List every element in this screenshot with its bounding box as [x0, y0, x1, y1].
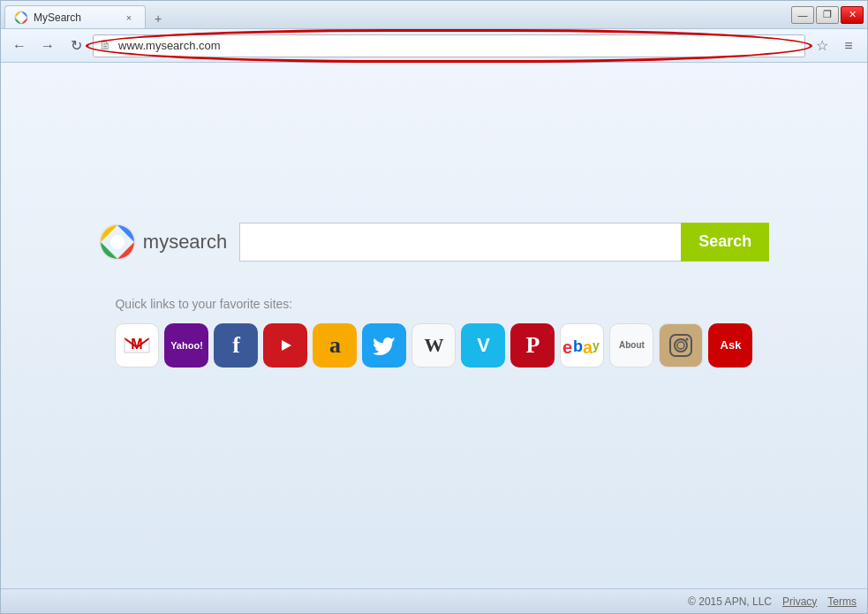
- search-input[interactable]: [239, 223, 681, 262]
- restore-button[interactable]: ❐: [816, 6, 839, 24]
- refresh-button[interactable]: ↻: [64, 34, 87, 57]
- svg-text:M: M: [132, 337, 143, 352]
- svg-point-15: [686, 337, 689, 340]
- brand-name: mysearch: [143, 231, 227, 254]
- brand-logo: mysearch: [99, 224, 227, 261]
- status-bar: © 2015 APN, LLC Privacy Terms: [1, 588, 867, 613]
- search-row: mysearch Search: [99, 223, 769, 262]
- svg-point-1: [19, 15, 24, 20]
- window-controls: — ❐ ✕: [791, 6, 864, 24]
- back-button[interactable]: ←: [8, 34, 31, 57]
- site-icon-youtube[interactable]: [263, 323, 307, 368]
- site-icon-pinterest[interactable]: P: [510, 323, 555, 368]
- svg-text:b: b: [573, 337, 583, 355]
- address-bar-container: 🗎: [93, 34, 805, 57]
- title-bar: MySearch × + — ❐ ✕: [1, 1, 867, 29]
- address-input[interactable]: [93, 34, 805, 57]
- site-icon-vimeo[interactable]: V: [461, 323, 505, 368]
- browser-menu-button[interactable]: ≡: [837, 34, 860, 57]
- browser-tab[interactable]: MySearch ×: [4, 5, 146, 28]
- svg-text:y: y: [593, 338, 600, 352]
- svg-text:e: e: [562, 337, 572, 357]
- bookmark-button[interactable]: ☆: [811, 34, 834, 57]
- svg-point-14: [675, 339, 687, 352]
- minimize-button[interactable]: —: [791, 6, 814, 24]
- new-tab-button[interactable]: +: [146, 9, 170, 28]
- forward-button[interactable]: →: [36, 34, 59, 57]
- site-icon-gmail[interactable]: M: [115, 323, 159, 368]
- site-icon-instagram[interactable]: [659, 323, 703, 368]
- site-icon-wikipedia[interactable]: W: [411, 323, 456, 368]
- site-icon-amazon[interactable]: a: [313, 323, 357, 368]
- tab-favicon: [14, 11, 28, 25]
- site-icon-twitter[interactable]: [362, 323, 406, 368]
- search-input-wrap: Search: [239, 223, 769, 262]
- site-icon-yahoo[interactable]: Yahoo!: [164, 323, 208, 368]
- browser-window: MySearch × + — ❐ ✕ ← → ↻ 🗎 ☆ ≡: [0, 0, 868, 614]
- search-section: mysearch Search Quick links to your favo…: [99, 223, 769, 368]
- quick-links-section: Quick links to your favorite sites: M: [115, 297, 752, 368]
- close-button[interactable]: ✕: [841, 6, 864, 24]
- svg-point-3: [110, 235, 125, 249]
- content-area: mysearch Search Quick links to your favo…: [1, 63, 867, 588]
- quick-links-row: M Yahoo! f: [115, 323, 752, 368]
- nav-right: ☆ ≡: [811, 34, 860, 57]
- site-icon-ask[interactable]: Ask: [708, 323, 752, 368]
- search-button[interactable]: Search: [681, 223, 769, 262]
- footer-privacy-link[interactable]: Privacy: [782, 595, 817, 608]
- logo-icon: [99, 224, 136, 261]
- site-icon-about[interactable]: About: [609, 323, 653, 368]
- tab-area: MySearch × +: [4, 1, 788, 28]
- site-icon-facebook[interactable]: f: [214, 323, 258, 368]
- svg-point-16: [677, 342, 684, 349]
- footer-copyright: © 2015 APN, LLC: [688, 595, 772, 608]
- nav-bar: ← → ↻ 🗎 ☆ ≡: [1, 29, 867, 63]
- quick-links-label: Quick links to your favorite sites:: [115, 297, 292, 311]
- footer-terms-link[interactable]: Terms: [827, 595, 857, 608]
- tab-title: MySearch: [34, 11, 117, 24]
- svg-rect-13: [670, 335, 691, 356]
- tab-close-button[interactable]: ×: [122, 11, 136, 25]
- site-icon-ebay[interactable]: e b a y: [560, 323, 604, 368]
